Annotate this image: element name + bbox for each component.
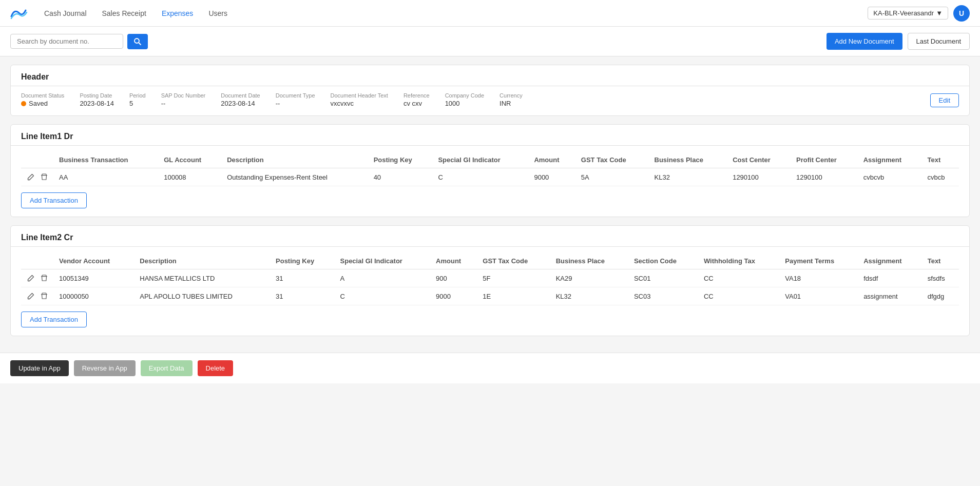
logo [10,6,29,21]
edit-row3-button[interactable] [26,291,35,301]
field-reference: Reference cv cxv [403,92,430,107]
cell-business-place: KL32 [649,168,728,186]
col2-text: Text [923,253,959,269]
line-item2-table: Vendor Account Description Posting Key S… [21,253,959,305]
add-new-document-button[interactable]: Add New Document [827,33,902,50]
line-item1-body: Business Transaction GL Account Descript… [11,146,969,217]
cell3-section-code: SC03 [629,287,699,305]
navbar: Cash Journal Sales Receipt Expenses User… [0,0,980,27]
reverse-in-app-button[interactable]: Reverse in App [74,360,136,376]
nav-sales-receipt[interactable]: Sales Receipt [102,7,146,20]
company-selector[interactable]: KA-BLR-Veerasandr ▼ [868,7,948,20]
cell-posting-key: 40 [369,168,433,186]
action-icons-3 [26,291,49,301]
cell3-text: dfgdg [923,287,959,305]
row3-actions [21,287,54,305]
search-container [10,34,148,49]
field-period: Period 5 [129,92,146,107]
cell3-assignment: assignment [858,287,923,305]
cell3-special-gl-indicator: C [335,287,431,305]
cell3-vendor-account: 10000050 [54,287,134,305]
col-cost-center: Cost Center [727,152,791,168]
toolbar-right: Add New Document Last Document [827,33,970,50]
edit-row-button[interactable] [26,172,35,182]
table-row: AA 100008 Outstanding Expenses-Rent Stee… [21,168,959,186]
field-document-type: Document Type -- [276,92,315,107]
col-posting-key: Posting Key [369,152,433,168]
main-content: Header Document Status Saved Posting Dat… [0,56,980,353]
line-item2-body: Vendor Account Description Posting Key S… [11,247,969,336]
cell-profit-center: 1290100 [791,168,858,186]
nav-cash-journal[interactable]: Cash Journal [44,7,87,20]
delete-row2-button[interactable] [40,274,49,283]
header-section-title: Header [11,65,969,86]
action-icons-2 [26,274,49,283]
cell2-assignment: fdsdf [858,269,923,287]
edit-row2-button[interactable] [26,274,35,283]
delete-row-button[interactable] [40,172,49,182]
cell-assignment: cvbcvb [858,168,923,186]
cell-business-transaction: AA [54,168,159,186]
cell2-posting-key: 31 [271,269,335,287]
col2-business-place: Business Place [551,253,629,269]
cell-gst-tax-code: 5A [576,168,649,186]
cell3-payment-terms: VA01 [780,287,858,305]
field-document-status: Document Status Saved [21,92,64,107]
nav-expenses[interactable]: Expenses [162,7,193,20]
col-text: Text [923,152,959,168]
cell3-withholding-tax: CC [699,287,780,305]
cell3-posting-key: 31 [271,287,335,305]
action-icons [26,172,49,182]
cell-cost-center: 1290100 [727,168,791,186]
line-item1-card: Line Item1 Dr Business Transaction GL Ac… [10,124,970,217]
edit-button[interactable]: Edit [930,93,959,107]
cell3-description: APL APOLLO TUBES LIMITED [134,287,271,305]
field-posting-date: Posting Date 2023-08-14 [80,92,114,107]
field-sap-doc-number: SAP Doc Number -- [161,92,206,107]
search-button[interactable] [127,34,148,49]
col2-actions [21,253,54,269]
field-document-header-text: Document Header Text vxcvxvc [331,92,388,107]
cell3-business-place: KL32 [551,287,629,305]
add-transaction-button-2[interactable]: Add Transaction [21,312,87,327]
nav-users[interactable]: Users [208,7,227,20]
col-business-transaction: Business Transaction [54,152,159,168]
delete-button[interactable]: Delete [198,360,234,376]
cell3-gst-tax-code: 1E [477,287,550,305]
navbar-right: KA-BLR-Veerasandr ▼ U [868,5,970,22]
line-item1-table-container: Business Transaction GL Account Descript… [21,152,959,186]
col2-amount: Amount [431,253,477,269]
update-in-app-button[interactable]: Update in App [10,360,69,376]
col-profit-center: Profit Center [791,152,858,168]
cell2-business-place: KA29 [551,269,629,287]
col2-payment-terms: Payment Terms [780,253,858,269]
cell2-special-gl-indicator: A [335,269,431,287]
cell3-amount: 9000 [431,287,477,305]
col2-vendor-account: Vendor Account [54,253,134,269]
table-row: 10000050 APL APOLLO TUBES LIMITED 31 C 9… [21,287,959,305]
cell2-gst-tax-code: 5F [477,269,550,287]
status-saved: Saved [21,100,64,107]
cell-special-gl-indicator: C [433,168,529,186]
svg-point-0 [134,38,139,43]
search-input[interactable] [10,34,123,49]
field-document-date: Document Date 2023-08-14 [221,92,260,107]
line-item2-table-container: Vendor Account Description Posting Key S… [21,253,959,305]
svg-line-1 [139,43,141,45]
export-data-button[interactable]: Export Data [141,360,193,376]
line-item2-card: Line Item2 Cr Vendor Account Description… [10,225,970,336]
cell2-amount: 900 [431,269,477,287]
cell-description: Outstanding Expenses-Rent Steel [222,168,368,186]
delete-row3-button[interactable] [40,291,49,301]
cell2-withholding-tax: CC [699,269,780,287]
add-transaction-button-1[interactable]: Add Transaction [21,192,87,208]
cell-amount: 9000 [529,168,575,186]
cell-gl-account: 100008 [159,168,222,186]
col-gl-account: GL Account [159,152,222,168]
header-fields: Document Status Saved Posting Date 2023-… [11,86,969,115]
row2-actions [21,269,54,287]
last-document-button[interactable]: Last Document [908,33,970,50]
user-avatar: U [953,5,970,22]
field-currency: Currency INR [499,92,523,107]
cell2-description: HANSA METALLICS LTD [134,269,271,287]
